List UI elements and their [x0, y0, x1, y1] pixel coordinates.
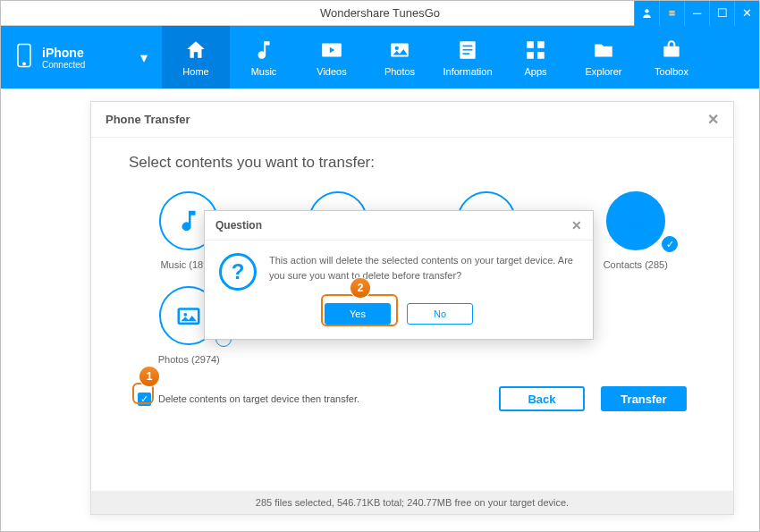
- no-button[interactable]: No: [407, 303, 473, 325]
- menu-icon[interactable]: ≡: [659, 1, 684, 26]
- dialog-text: This action will delete the selected con…: [269, 253, 578, 291]
- svg-rect-7: [463, 45, 473, 46]
- navbar: iPhone Connected ▾ Home Music Videos Pho…: [1, 26, 759, 89]
- panel-close-icon[interactable]: ✕: [707, 111, 719, 128]
- tab-label: Videos: [317, 66, 346, 77]
- delete-before-checkbox-row[interactable]: ✓ Delete contents on target device then …: [138, 393, 359, 406]
- item-label: Contacts (285): [604, 259, 668, 270]
- dialog-close-icon[interactable]: ✕: [571, 218, 582, 232]
- tab-home[interactable]: Home: [162, 26, 230, 89]
- dialog-buttons: 2 Yes No: [205, 300, 593, 339]
- item-check[interactable]: ✓: [662, 236, 678, 252]
- svg-rect-13: [537, 52, 545, 59]
- callout-badge-1: 1: [139, 367, 159, 386]
- question-dialog: Question ✕ ? This action will delete the…: [204, 210, 594, 340]
- device-name: iPhone: [42, 46, 131, 60]
- panel-buttons: Back Transfer: [499, 386, 687, 411]
- transfer-item-contacts[interactable]: ✓ Contacts (285): [588, 191, 684, 270]
- panel-footer-row: 1 ✓ Delete contents on target device the…: [129, 386, 696, 418]
- panel-header: Phone Transfer ✕: [91, 102, 733, 138]
- user-icon[interactable]: [634, 1, 659, 26]
- question-icon: ?: [219, 253, 257, 291]
- back-button[interactable]: Back: [499, 386, 585, 411]
- app-title: Wondershare TunesGo: [126, 6, 634, 20]
- svg-rect-22: [179, 309, 199, 324]
- tab-label: Home: [182, 66, 208, 77]
- tab-label: Explorer: [586, 66, 622, 77]
- svg-point-21: [632, 215, 639, 222]
- tab-information[interactable]: Information: [434, 26, 502, 89]
- tab-label: Toolbox: [654, 66, 688, 77]
- tab-label: Music: [251, 66, 277, 77]
- item-label: Photos (2974): [158, 354, 220, 365]
- titlebar: Wondershare TunesGo ≡ ─ ☐ ✕: [1, 1, 759, 26]
- tab-label: Information: [443, 66, 492, 77]
- svg-rect-8: [463, 48, 473, 50]
- transfer-button[interactable]: Transfer: [601, 386, 687, 411]
- contacts-icon: [606, 191, 665, 250]
- svg-rect-12: [527, 52, 534, 59]
- nav-tabs: Home Music Videos Photos Information App…: [162, 26, 759, 89]
- svg-rect-14: [663, 46, 679, 56]
- callout-ring-2: [321, 294, 398, 326]
- close-icon[interactable]: ✕: [734, 1, 759, 26]
- panel-title: Phone Transfer: [106, 113, 190, 126]
- svg-rect-10: [527, 41, 534, 48]
- svg-point-5: [395, 46, 399, 49]
- svg-point-23: [184, 313, 188, 317]
- svg-rect-9: [463, 53, 470, 55]
- minimize-icon[interactable]: ─: [684, 1, 709, 26]
- callout-badge-2: 2: [350, 278, 370, 298]
- tab-videos[interactable]: Videos: [298, 26, 366, 89]
- status-text: 285 files selected, 546.71KB total; 240.…: [256, 497, 569, 508]
- delete-before-label: Delete contents on target device then tr…: [158, 393, 359, 404]
- phone-icon: [15, 43, 33, 72]
- tab-explorer[interactable]: Explorer: [570, 26, 638, 89]
- tab-apps[interactable]: Apps: [502, 26, 570, 89]
- device-selector[interactable]: iPhone Connected ▾: [1, 26, 162, 89]
- tab-label: Apps: [524, 66, 546, 77]
- dialog-body: ? This action will delete the selected c…: [205, 241, 593, 300]
- dialog-title: Question: [215, 219, 262, 232]
- tab-photos[interactable]: Photos: [366, 26, 434, 89]
- tab-label: Photos: [384, 66, 415, 77]
- svg-point-2: [23, 63, 25, 64]
- panel-heading: Select contents you want to transfer:: [129, 154, 696, 172]
- device-status: Connected: [42, 60, 131, 70]
- titlebar-controls: ≡ ─ ☐ ✕: [634, 1, 759, 26]
- status-strip: 285 files selected, 546.71KB total; 240.…: [91, 491, 733, 514]
- svg-point-0: [645, 9, 648, 13]
- chevron-down-icon: ▾: [140, 49, 148, 66]
- tab-toolbox[interactable]: Toolbox: [638, 26, 705, 89]
- tab-music[interactable]: Music: [230, 26, 298, 89]
- maximize-icon[interactable]: ☐: [709, 1, 734, 26]
- dialog-header: Question ✕: [205, 211, 593, 241]
- svg-rect-11: [537, 41, 545, 48]
